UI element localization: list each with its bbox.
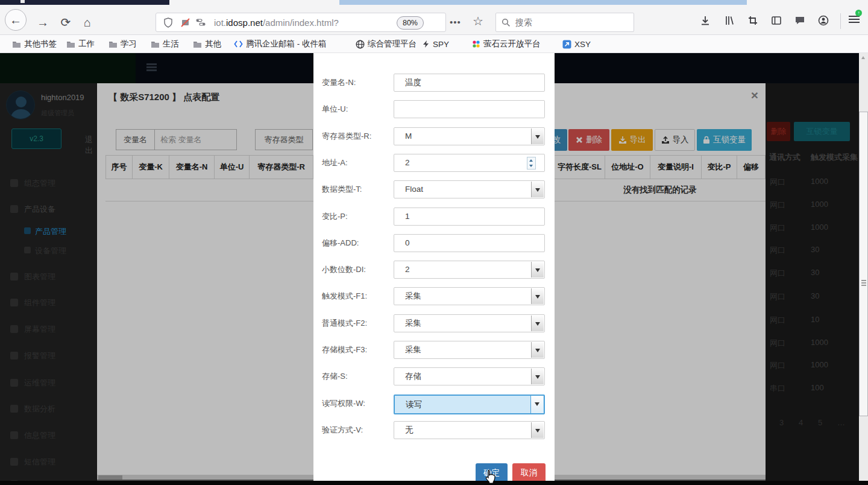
reload-button[interactable]: ⟳ (57, 13, 75, 31)
field-select[interactable]: 2 (394, 261, 545, 279)
pagination-item[interactable]: 3 (779, 418, 784, 427)
bookmark-star-icon[interactable]: ☆ (473, 12, 483, 30)
bookmark-item[interactable]: 综合管理平台 (356, 37, 417, 51)
bookmark-item[interactable]: 工作 (66, 37, 95, 51)
bookmark-item[interactable]: SPY (422, 37, 449, 51)
url-bar[interactable]: iot.idosp.net/admin/index.html? 80% (156, 13, 446, 32)
sidebar-item[interactable]: 数据分析 (0, 404, 96, 422)
permissions-icon[interactable] (196, 17, 206, 27)
dropdown-button[interactable] (531, 422, 544, 438)
base-column-header: 通讯方式 (769, 152, 800, 163)
bookmark-item[interactable]: 其他书签 (12, 37, 57, 51)
field-value: 1 (405, 208, 410, 225)
pagination-item[interactable]: 5 (818, 418, 822, 427)
folder-icon (151, 40, 160, 48)
sidebar-item[interactable]: 信息管理 (0, 430, 96, 448)
field-select[interactable]: 采集 (394, 314, 545, 332)
bookmark-item[interactable]: XSY (562, 37, 591, 51)
screenshot-icon[interactable] (747, 14, 759, 27)
tencent-mail-icon (234, 40, 243, 48)
chat-bubble-icon[interactable] (794, 14, 806, 27)
xsy-icon (562, 40, 571, 49)
dropdown-button[interactable] (531, 262, 544, 277)
sidebar-item-icon (10, 179, 18, 187)
dropdown-button[interactable] (531, 288, 544, 304)
field-select[interactable]: 读写 (394, 395, 545, 414)
account-icon[interactable] (817, 14, 829, 27)
base-delete-button[interactable]: 删除 (767, 122, 790, 141)
number-spinner[interactable] (527, 157, 536, 170)
dropdown-button[interactable] (531, 315, 544, 331)
sidebar-subitem[interactable]: 产品管理 (0, 226, 96, 244)
field-text-input[interactable]: 1 (394, 208, 545, 226)
sidebar-item[interactable]: 屏幕管理 (0, 324, 96, 342)
forward-button[interactable]: → (34, 13, 52, 31)
downloads-icon[interactable] (699, 14, 711, 27)
back-button[interactable]: ← (5, 9, 27, 31)
page-actions-icon[interactable]: ••• (450, 13, 461, 31)
bookmark-item[interactable]: 学习 (108, 37, 137, 51)
base-cell-trigger-value: 10 (811, 315, 819, 324)
field-value: 无 (405, 422, 414, 439)
pagination-item[interactable]: 4 (799, 418, 803, 427)
app-menu-toggle-icon[interactable] (146, 63, 157, 71)
bookmark-item[interactable]: 其他 (193, 37, 221, 51)
vscroll-thumb[interactable] (859, 112, 868, 416)
blocked-content-icon[interactable] (180, 17, 190, 28)
shield-icon[interactable] (163, 17, 173, 28)
zoom-level-badge[interactable]: 80% (397, 16, 424, 30)
field-select[interactable]: 采集 (394, 287, 545, 305)
field-select[interactable]: M (394, 127, 545, 145)
bookmark-item[interactable]: 腾讯企业邮箱 - 收件箱 (234, 37, 327, 51)
search-input[interactable]: 搜索 (495, 13, 634, 32)
base-interlock-button[interactable]: 互锁变量 (794, 122, 850, 141)
sidebar-item[interactable]: 组态管理 (0, 178, 96, 196)
logout-link[interactable]: 退出 (85, 135, 96, 156)
sidebar-item[interactable]: 产品设备 (0, 204, 96, 222)
sidebar-toggle-icon[interactable] (770, 14, 782, 27)
scroll-up-arrow-icon[interactable] (861, 56, 865, 59)
avatar[interactable] (6, 90, 35, 119)
dropdown-button[interactable] (531, 182, 544, 197)
browser-tabstrip (0, 0, 868, 5)
bookmark-item[interactable]: 生活 (151, 37, 179, 51)
sidebar-item[interactable]: 运维管理 (0, 378, 96, 396)
library-icon[interactable] (723, 14, 735, 27)
cancel-button[interactable]: 取消 (512, 463, 546, 483)
chevron-down-icon (535, 349, 540, 352)
bookmark-item[interactable]: 萤石云开放平台 (472, 37, 541, 51)
field-label: 地址-A: (322, 154, 348, 172)
highlighted-tab-strip[interactable] (339, 0, 747, 5)
field-select[interactable]: 无 (394, 421, 545, 439)
form-row: 变量名-N:温度 (313, 74, 555, 92)
home-button[interactable]: ⌂ (78, 13, 96, 31)
dropdown-button[interactable] (531, 369, 544, 384)
field-number-input[interactable]: 2 (394, 154, 545, 172)
field-label: 小数位数-DI: (322, 261, 366, 279)
sidebar-item[interactable]: 报警管理 (0, 350, 96, 369)
base-cell-comm-type: 网口 (770, 291, 785, 302)
field-select[interactable]: Float (394, 180, 545, 198)
chevron-down-icon (535, 429, 540, 433)
field-select[interactable]: 采集 (394, 341, 545, 359)
dropdown-button[interactable] (531, 128, 544, 144)
sidebar-item-icon (10, 325, 18, 333)
sidebar-version-badge[interactable]: v2.3 (11, 128, 61, 149)
url-text[interactable]: iot.idosp.net/admin/index.html? (214, 17, 339, 28)
sidebar-subitem[interactable]: 设备管理 (0, 246, 96, 264)
menu-icon[interactable] (849, 16, 860, 24)
sidebar-item[interactable]: 图表管理 (0, 271, 96, 290)
dropdown-button[interactable] (530, 396, 543, 413)
dropdown-button[interactable] (531, 342, 544, 358)
vertical-scrollbar[interactable] (859, 53, 868, 485)
field-text-input[interactable]: 0 (394, 234, 545, 252)
field-select[interactable]: 存储 (394, 367, 545, 385)
sidebar-item-label: 数据分析 (24, 404, 55, 414)
sidebar-item[interactable]: 短信管理 (0, 457, 96, 475)
active-tab-strip[interactable] (0, 0, 169, 5)
field-text-input[interactable] (394, 100, 545, 118)
pagination-item[interactable]: … (837, 418, 845, 427)
sidebar-item[interactable]: 组件管理 (0, 297, 96, 315)
field-text-input[interactable]: 温度 (394, 74, 545, 92)
base-cell-comm-type: 网口 (770, 268, 785, 279)
